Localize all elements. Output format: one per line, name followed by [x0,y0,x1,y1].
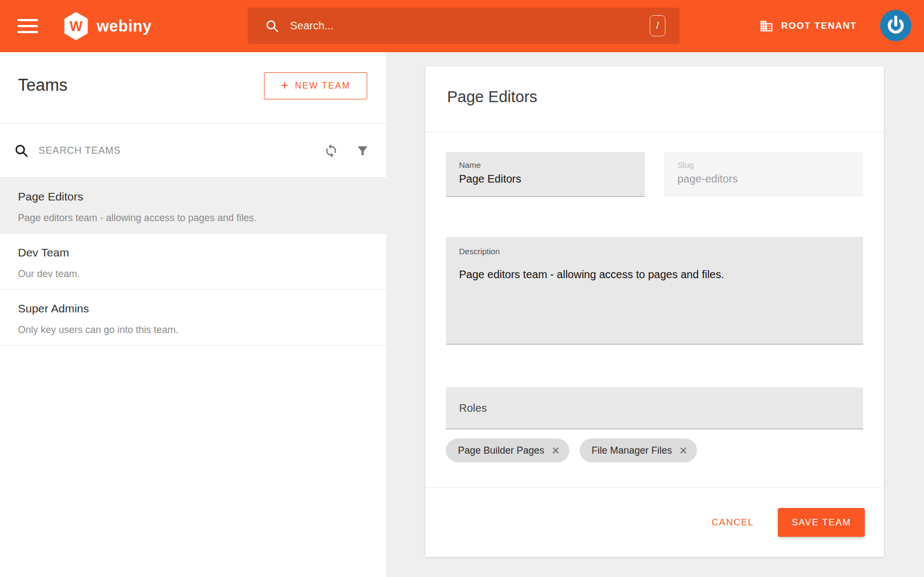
team-list-item-super-admins[interactable]: Super Admins Only key users can go into … [0,290,386,346]
team-detail-card: Page Editors Name Slug Description Page … [425,66,884,557]
brand-name: webiny [97,17,152,35]
team-description: Only key users can go into this team. [18,324,178,336]
webiny-logo-hexagon-icon: W [63,12,89,40]
save-team-button[interactable]: SAVE TEAM [778,508,865,537]
slug-field: Slug [664,152,863,197]
team-name: Dev Team [18,246,69,259]
team-detail-panel: Page Editors Name Slug Description Page … [386,52,924,577]
name-input[interactable] [459,173,632,185]
webiny-logo[interactable]: W webiny [63,12,152,40]
page-title: Teams [18,76,67,95]
role-chip-file-manager-files[interactable]: File Manager Files ✕ [580,438,697,462]
slug-field-label: Slug [677,160,694,170]
svg-text:W: W [70,18,83,34]
description-field[interactable]: Description Page editors team - allowing… [446,237,863,344]
detail-title: Page Editors [447,88,537,106]
search-icon [265,19,279,33]
teams-list-header: Teams + NEW TEAM [0,52,386,123]
filter-icon [356,144,369,158]
filter-button[interactable] [350,139,374,162]
description-input[interactable]: Page editors team - allowing access to p… [459,267,850,333]
search-shortcut-badge: / [650,15,665,36]
team-list-item-dev-team[interactable]: Dev Team Our dev team. [0,234,386,290]
search-icon [14,143,29,158]
user-avatar[interactable] [880,10,912,41]
team-description: Page editors team - allowing access to p… [18,212,256,224]
roles-field-label: Roles [459,402,487,415]
team-list-item-page-editors[interactable]: Page Editors Page editors team - allowin… [0,178,386,234]
plus-icon: + [281,78,288,93]
roles-chips: Page Builder Pages ✕ File Manager Files … [446,438,697,462]
new-team-button-label: NEW TEAM [295,81,350,91]
role-chip-page-builder-pages[interactable]: Page Builder Pages ✕ [446,438,569,462]
teams-search-input[interactable] [39,145,319,156]
slug-input [677,173,850,185]
roles-field[interactable]: Roles [446,387,863,429]
tenant-selector[interactable]: ROOT TENANT [759,0,857,52]
team-name: Super Admins [18,302,89,315]
chip-label: File Manager Files [592,445,672,456]
hamburger-menu-icon[interactable] [17,19,38,34]
cancel-button[interactable]: CANCEL [704,512,762,534]
chip-close-icon[interactable]: ✕ [679,444,688,457]
chip-label: Page Builder Pages [458,445,544,456]
teams-search-row [0,124,386,177]
teams-list-panel: Teams + NEW TEAM [0,52,386,577]
refresh-button[interactable] [319,139,343,162]
description-field-label: Description [459,247,500,256]
app-root: W webiny / ROOT TENANT Teams [0,0,924,577]
name-field-label: Name [459,160,481,170]
name-field[interactable]: Name [446,152,645,197]
tenant-label: ROOT TENANT [781,21,857,32]
global-search-bar[interactable]: / [248,8,680,44]
chip-close-icon[interactable]: ✕ [551,444,560,457]
divider [425,131,884,132]
global-search-input[interactable] [290,20,650,32]
refresh-icon [324,143,338,158]
new-team-button[interactable]: + NEW TEAM [264,72,367,99]
detail-actions: CANCEL SAVE TEAM [425,487,884,557]
team-name: Page Editors [18,190,83,203]
team-description: Our dev team. [18,268,80,280]
building-icon [759,19,774,33]
top-header: W webiny / ROOT TENANT [0,0,924,52]
